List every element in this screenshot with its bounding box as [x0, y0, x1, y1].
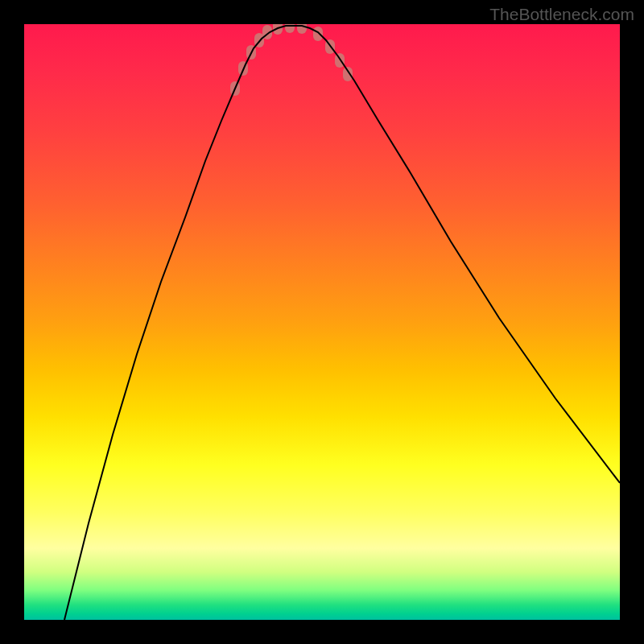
- marker-dot: [313, 27, 323, 41]
- chart-svg: [24, 24, 620, 620]
- watermark-text: TheBottleneck.com: [489, 5, 634, 24]
- bottleneck-curve: [64, 26, 620, 620]
- marker-dot: [343, 67, 353, 81]
